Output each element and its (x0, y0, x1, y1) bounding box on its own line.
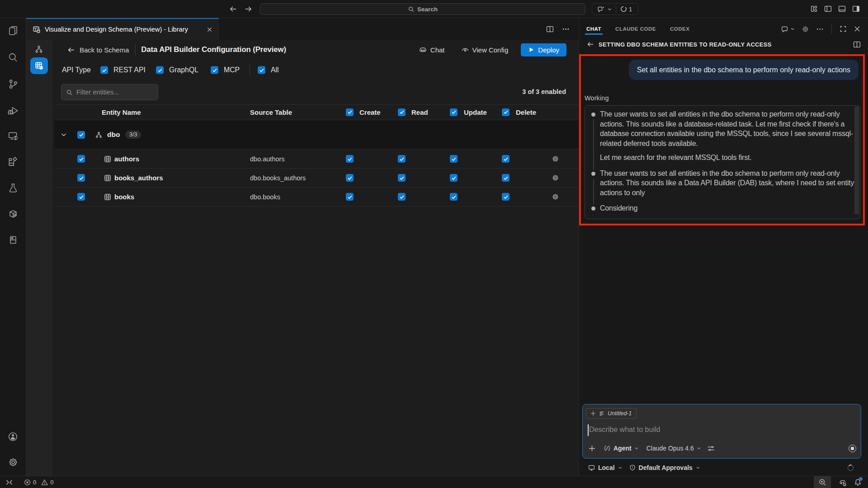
nav-forward-icon[interactable] (244, 5, 252, 13)
copilot-titlebar-group[interactable]: 1 (592, 3, 638, 15)
problems-indicator[interactable]: 0 0 (24, 479, 53, 486)
all-checkbox[interactable] (258, 66, 265, 74)
maximize-panel-icon[interactable] (840, 25, 847, 33)
mode-picker[interactable]: Agent (604, 445, 639, 452)
schema-group-row[interactable]: dbo 3/3 (54, 120, 579, 149)
chip-add-icon (590, 411, 596, 416)
editor-webview: Back to Schema Data API Builder Configur… (26, 40, 579, 476)
editor-more-actions-icon[interactable] (562, 25, 570, 33)
command-center-search[interactable]: Search (260, 3, 585, 15)
table-config-tab-active[interactable] (30, 57, 48, 74)
table-icon (104, 174, 111, 182)
toggle-panel-icon[interactable] (838, 5, 846, 13)
row-settings-gear-icon[interactable] (552, 155, 559, 163)
back-to-schema-button[interactable]: Back to Schema (67, 46, 129, 54)
testing-icon[interactable] (0, 177, 26, 199)
view-config-button[interactable]: View Config (461, 46, 509, 54)
update-checkbox[interactable] (450, 155, 458, 163)
col-delete-checkbox[interactable] (502, 108, 509, 116)
customize-layout-icon[interactable] (810, 5, 818, 13)
approvals-picker[interactable]: Default Approvals (629, 464, 700, 471)
remote-indicator-icon[interactable] (5, 479, 13, 486)
open-session-in-editor-icon[interactable] (853, 41, 861, 48)
toggle-secondary-sidebar-icon[interactable] (852, 5, 860, 13)
tools-sliders-icon[interactable] (707, 445, 715, 452)
toggle-sidebar-icon[interactable] (824, 5, 832, 13)
scrollbar-thumb[interactable] (854, 107, 859, 214)
col-create-checkbox[interactable] (346, 108, 354, 116)
delete-checkbox[interactable] (502, 155, 509, 163)
settings-gear-icon[interactable] (0, 451, 26, 473)
schema-diagram-icon[interactable] (34, 45, 43, 54)
containers-icon[interactable] (0, 203, 26, 225)
progress-circle-icon[interactable] (620, 5, 627, 13)
remote-explorer-icon[interactable] (0, 125, 26, 147)
tab-chat[interactable]: CHAT (586, 26, 601, 32)
session-title: SETTING DBO SCHEMA ENTITIES TO READ-ONLY… (599, 41, 772, 48)
chat-input-box[interactable]: Untitled-1 Describe what to build Agent … (582, 404, 861, 459)
entity-row-books-authors[interactable]: books_authors dbo.books_authors (54, 169, 579, 187)
tab-visualize-design-schema[interactable]: Visualize and Design Schema (Preview) - … (26, 18, 219, 40)
stop-button[interactable] (849, 445, 856, 452)
monitor-icon (588, 465, 595, 471)
create-checkbox[interactable] (346, 193, 354, 201)
dab-config-view: Back to Schema Data API Builder Configur… (54, 40, 579, 476)
database-projects-icon[interactable] (0, 229, 26, 251)
create-checkbox[interactable] (346, 174, 354, 182)
tab-codex[interactable]: CODEX (670, 26, 689, 32)
read-checkbox[interactable] (398, 155, 406, 163)
entity-row-books[interactable]: books dbo.books (54, 188, 579, 206)
zoom-status-button[interactable] (814, 476, 831, 488)
row-checkbox[interactable] (77, 174, 85, 182)
delete-checkbox[interactable] (502, 193, 509, 201)
nav-back-icon[interactable] (229, 5, 237, 13)
rest-api-checkbox[interactable] (100, 66, 108, 74)
row-checkbox[interactable] (77, 155, 85, 163)
chevron-down-icon (607, 7, 612, 12)
extensions-icon[interactable] (0, 151, 26, 173)
col-read-checkbox[interactable] (398, 108, 406, 116)
notifications-bell-icon[interactable] (854, 479, 862, 486)
col-update-checkbox[interactable] (450, 108, 458, 116)
graphql-checkbox[interactable] (156, 66, 164, 74)
entity-row-authors[interactable]: authors dbo.authors (54, 150, 579, 168)
chat-mode-icon[interactable] (781, 25, 795, 33)
environment-picker[interactable]: Local (588, 464, 623, 471)
chat-back-icon[interactable] (586, 40, 594, 48)
tab-claude-code[interactable]: CLAUDE CODE (615, 26, 656, 32)
run-debug-icon[interactable] (0, 100, 26, 122)
deploy-button[interactable]: Deploy (521, 43, 566, 56)
chat-settings-gear-icon[interactable] (802, 25, 809, 33)
table-icon (104, 193, 111, 201)
mcp-checkbox[interactable] (211, 66, 218, 74)
delete-checkbox[interactable] (502, 174, 509, 182)
attach-plus-icon[interactable] (589, 445, 595, 452)
group-chevron-icon[interactable] (60, 131, 67, 138)
col-delete: Delete (516, 108, 536, 116)
filter-entities-input[interactable]: Filter entities... (61, 84, 158, 100)
notification-dot (859, 477, 863, 481)
close-panel-icon[interactable] (854, 25, 861, 33)
row-settings-gear-icon[interactable] (552, 174, 559, 182)
source-control-icon[interactable] (0, 73, 26, 95)
chat-button[interactable]: Chat (419, 46, 445, 54)
update-checkbox[interactable] (450, 193, 458, 201)
attached-file-chip[interactable]: Untitled-1 (586, 408, 637, 419)
copilot-status-icon[interactable] (839, 479, 847, 487)
search-sidebar-icon[interactable] (0, 47, 26, 68)
copilot-chat-icon[interactable] (597, 5, 605, 13)
chat-more-actions-icon[interactable] (816, 25, 824, 33)
update-checkbox[interactable] (450, 174, 458, 182)
page-title: Data API Builder Configuration (Preview) (141, 45, 286, 54)
accounts-icon[interactable] (0, 426, 26, 447)
row-checkbox[interactable] (77, 193, 85, 201)
split-editor-icon[interactable] (546, 25, 554, 33)
model-picker[interactable]: Claude Opus 4.6 (646, 445, 701, 452)
read-checkbox[interactable] (398, 174, 406, 182)
group-checkbox[interactable] (77, 131, 85, 139)
create-checkbox[interactable] (346, 155, 354, 163)
row-settings-gear-icon[interactable] (552, 193, 559, 201)
explorer-icon[interactable] (0, 20, 26, 42)
read-checkbox[interactable] (398, 193, 406, 201)
tab-close-icon[interactable] (206, 26, 213, 33)
